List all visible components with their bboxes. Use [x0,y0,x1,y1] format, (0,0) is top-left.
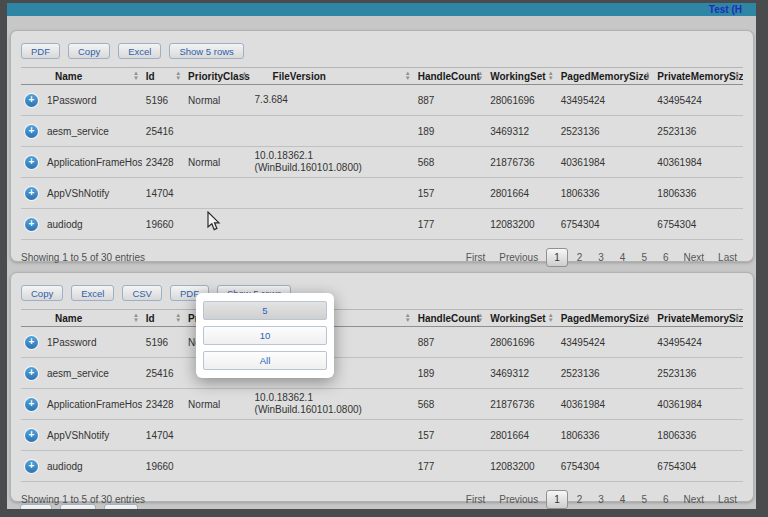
pagination-page[interactable]: 6 [656,491,676,508]
pagination-page[interactable]: 3 [591,249,611,266]
cell-workingset: 3469312 [486,358,556,389]
window-frame: Test (H PDFCopyExcelShow 5 rows Name ▲▼ … [0,0,768,517]
cell-priorityclass: Normal [184,389,250,420]
pagination-page-current[interactable]: 1 [546,248,568,267]
cell-pagedmemorysize: 43495424 [557,327,654,358]
column-header[interactable]: Id ▲▼ [142,310,184,327]
column-header[interactable]: Name ▲▼ [21,68,142,85]
cell-pagedmemorysize: 40361984 [557,389,654,420]
cell-privatememorysize: 2523136 [653,116,743,147]
table-button[interactable]: Show 5 rows [169,43,243,59]
cell-priorityclass [184,178,250,209]
column-header[interactable]: WorkingSet ▲▼ [486,310,556,327]
column-header[interactable]: Id ▲▼ [142,68,184,85]
cut-off-button[interactable] [104,504,138,509]
table-button[interactable]: PDF [21,43,60,59]
expand-row-icon[interactable]: + [25,94,38,107]
cut-off-button[interactable] [20,504,52,509]
sort-icon: ▲▼ [405,71,411,80]
expand-row-icon[interactable]: + [25,367,38,380]
column-header[interactable]: WorkingSet ▲▼ [486,68,556,85]
cell-handlecount: 157 [414,420,487,451]
table-button[interactable]: Excel [71,285,114,301]
column-header[interactable]: Name ▲▼ [21,310,142,327]
cell-workingset: 3469312 [486,116,556,147]
table-row: +1Password 5196 Normal 7.3.684 887 28061… [21,85,743,116]
expand-row-icon[interactable]: + [25,398,38,411]
table-button[interactable]: Copy [21,285,63,301]
pagination-page[interactable]: 5 [634,249,654,266]
sort-icon: ▲▼ [477,71,483,80]
table-button[interactable]: CSV [122,285,162,301]
pagination-page[interactable]: 5 [634,491,654,508]
header-row: Name ▲▼ Id ▲▼ PriorityClass ▲▼ FileVersi… [21,68,743,85]
test-link[interactable]: Test (H [709,4,742,15]
pagination-previous[interactable]: Previous [493,491,544,508]
cell-priorityclass [184,420,250,451]
pagination-pages: 23456 [570,491,676,508]
pagination-last[interactable]: Last [712,491,743,508]
table-row: +audiodg 19660 177 12083200 6754304 6754… [21,451,743,482]
column-header[interactable]: PagedMemorySize ▲▼ [557,68,654,85]
cell-pagedmemorysize: 1806336 [557,420,654,451]
cell-workingset: 28061696 [486,85,556,116]
cut-off-button[interactable] [60,504,96,509]
cell-id: 23428 [142,389,184,420]
column-label: PriorityClass [188,71,250,82]
column-header[interactable]: HandleCount ▲▼ [414,68,487,85]
pagination-previous[interactable]: Previous [493,249,544,266]
expand-row-icon[interactable]: + [25,460,38,473]
pagination-page-current[interactable]: 1 [546,490,568,509]
sort-icon: ▲▼ [734,71,740,80]
expand-row-icon[interactable]: + [25,156,38,169]
cell-workingset: 28061696 [486,327,556,358]
cell-id: 25416 [142,116,184,147]
cell-fileversion [251,116,414,147]
pagination-page[interactable]: 2 [570,249,590,266]
pagination-first[interactable]: First [460,249,491,266]
sort-icon: ▲▼ [133,71,139,80]
pagination-next[interactable]: Next [678,249,711,266]
cell-privatememorysize: 43495424 [653,327,743,358]
cell-workingset: 21876736 [486,389,556,420]
column-header[interactable]: PagedMemorySize ▲▼ [557,310,654,327]
column-header[interactable]: PrivateMemorySize ▲▼ [653,68,743,85]
pagination-page[interactable]: 3 [591,491,611,508]
expand-row-icon[interactable]: + [25,218,38,231]
expand-row-icon[interactable]: + [25,336,38,349]
cell-name: ApplicationFrameHost [47,157,142,168]
page-length-option[interactable]: 10 [203,326,327,345]
expand-row-icon[interactable]: + [25,125,38,138]
button-row-1: PDFCopyExcelShow 5 rows [21,43,743,59]
sort-icon: ▲▼ [242,71,248,80]
column-header[interactable]: PriorityClass ▲▼ [184,68,250,85]
expand-row-icon[interactable]: + [25,187,38,200]
pagination-first[interactable]: First [460,491,491,508]
page-length-dropdown: 510All [196,293,334,378]
pagination-page[interactable]: 2 [570,491,590,508]
pagination-last[interactable]: Last [712,249,743,266]
expand-row-icon[interactable]: + [25,429,38,442]
cell-name: ApplicationFrameHost [47,399,142,410]
column-header[interactable]: FileVersion ▲▼ [251,68,414,85]
pagination-pages: 23456 [570,249,676,266]
pagination-page[interactable]: 4 [613,491,633,508]
cell-priorityclass: Normal [184,147,250,178]
pagination-page[interactable]: 6 [656,249,676,266]
sort-icon: ▲▼ [548,313,554,322]
pagination-next[interactable]: Next [678,491,711,508]
sort-icon: ▲▼ [734,313,740,322]
cell-handlecount: 177 [414,209,487,240]
process-table-1: Name ▲▼ Id ▲▼ PriorityClass ▲▼ FileVersi… [21,67,743,240]
cell-handlecount: 568 [414,389,487,420]
table-button[interactable]: Excel [118,43,161,59]
pagination-page[interactable]: 4 [613,249,633,266]
column-header[interactable]: PrivateMemorySize ▲▼ [653,310,743,327]
table-button[interactable]: Copy [68,43,110,59]
page-length-option[interactable]: 5 [203,301,327,320]
button-row-2: CopyExcelCSVPDFShow 5 rows [21,285,743,301]
column-label: WorkingSet [490,313,545,324]
cell-name: aesm_service [47,126,109,137]
column-header[interactable]: HandleCount ▲▼ [414,310,487,327]
page-length-option[interactable]: All [203,351,327,370]
